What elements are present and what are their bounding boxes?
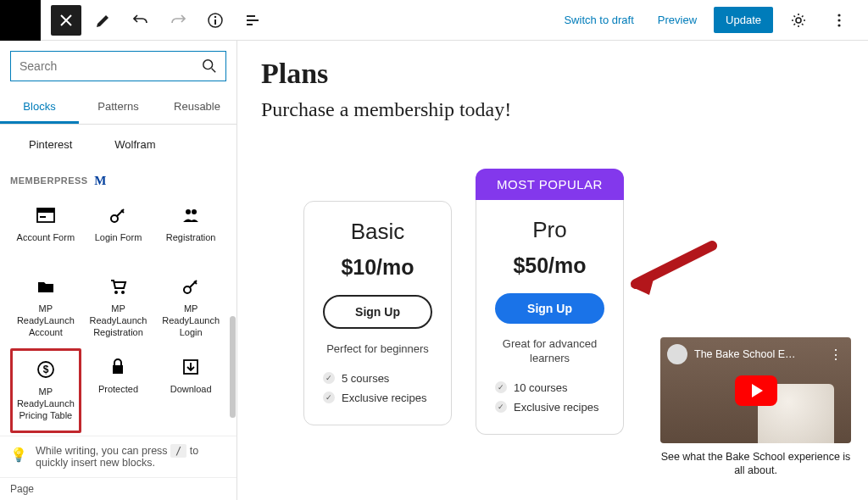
block-label: MP ReadyLaunch Account [12,303,80,338]
video-embed-block[interactable]: The Bake School E… ⋮ See what the Bake S… [660,337,851,478]
plan-desc: Perfect for beginners [323,342,432,357]
block-protected[interactable]: Protected [83,348,154,432]
feature-text: Exclusive recipes [342,392,426,404]
memberpress-logo-icon: m [93,175,108,186]
update-button[interactable]: Update [714,7,773,33]
block-label: Registration [166,232,216,244]
lightbulb-icon: 💡 [10,447,27,463]
block-login-form[interactable]: Login Form [83,197,154,266]
block-mp-rl-account[interactable]: MP ReadyLaunch Account [10,268,81,347]
download-icon [181,357,200,377]
more-options-button[interactable] [824,5,854,36]
block-download[interactable]: Download [155,348,226,432]
editor-topbar: Switch to draft Preview Update [0,0,868,41]
tab-patterns[interactable]: Patterns [79,92,158,124]
plan-name: Pro [495,217,604,243]
inserter-tabs: Blocks Patterns Reusable [0,92,236,125]
inserter-tip: 💡 While writing, you can press / to quic… [0,436,236,477]
page-title[interactable]: Plans [261,58,834,90]
check-icon: ✓ [495,381,507,393]
close-inserter-button[interactable] [51,5,81,36]
video-caption: See what the Bake School experience is a… [660,450,851,478]
editor-canvas[interactable]: Plans Purchase a membership today! Basic… [237,41,868,500]
pencil-icon [95,12,112,29]
plan-pro-column: MOST POPULAR Pro $50/mo Sign Up Great fo… [476,169,624,435]
check-icon: ✓ [323,372,335,384]
scrollbar[interactable] [230,316,236,418]
signup-button-pro[interactable]: Sign Up [495,293,604,324]
svg-point-4 [837,14,840,16]
plan-name: Basic [323,219,432,245]
block-label: MP ReadyLaunch Registration [85,303,153,338]
edit-button[interactable] [88,5,119,36]
block-label: Protected [98,384,138,396]
info-button[interactable] [200,5,231,36]
svg-rect-9 [37,208,54,213]
feature-item: ✓Exclusive recipes [323,388,432,408]
preview-button[interactable]: Preview [651,8,704,31]
search-input[interactable] [19,59,202,73]
signup-button-basic[interactable]: Sign Up [323,295,432,329]
undo-icon [132,12,149,29]
svg-point-7 [203,60,213,69]
section-label: MEMBERPRESS [10,175,88,186]
svg-point-14 [114,291,118,294]
most-popular-tag: MOST POPULAR [476,169,624,200]
plan-desc: Great for advanced learners [495,337,604,366]
page-subtitle[interactable]: Purchase a membership today! [261,98,834,121]
svg-point-6 [837,24,840,26]
redo-icon [170,12,186,29]
account-form-icon [36,205,55,225]
block-label: Account Form [17,232,75,244]
footer-breadcrumb[interactable]: Page [0,477,236,500]
block-label: MP ReadyLaunch Login [157,303,225,338]
plan-basic-column: Basic $10/mo Sign Up Perfect for beginne… [303,169,452,425]
video-title-bar: The Bake School E… ⋮ [667,344,844,364]
svg-rect-19 [113,365,123,374]
feature-text: 5 courses [342,372,389,385]
search-field-wrap[interactable] [10,51,226,81]
key-icon [181,276,200,297]
undo-button[interactable] [125,5,156,36]
feature-text: Exclusive recipes [514,401,598,414]
feature-item: ✓10 courses [495,378,604,397]
redo-button[interactable] [163,5,193,36]
editor-main: Blocks Patterns Reusable Pinterest Wolfr… [0,41,868,500]
block-label: MP ReadyLaunch Pricing Table [14,386,77,421]
feature-item: ✓5 courses [323,369,432,388]
wp-logo[interactable] [0,0,41,41]
block-account-form[interactable]: Account Form [10,197,81,266]
svg-point-5 [837,19,840,21]
list-view-button[interactable] [237,5,268,36]
dollar-icon: $ [36,359,55,380]
block-pinterest[interactable]: Pinterest [29,138,72,151]
plan-price: $10/mo [323,255,432,280]
topbar-right: Switch to draft Preview Update [557,5,861,36]
users-icon [181,205,200,225]
plan-card-basic: Basic $10/mo Sign Up Perfect for beginne… [303,201,452,425]
block-wolfram[interactable]: Wolfram [114,138,155,151]
tip-text: While writing, you can press / to quickl… [36,445,226,469]
block-mp-rl-registration[interactable]: MP ReadyLaunch Registration [83,268,154,347]
youtube-play-icon[interactable] [735,375,777,406]
switch-to-draft-button[interactable]: Switch to draft [557,8,640,31]
plan-card-pro: Pro $50/mo Sign Up Great for advanced le… [476,200,624,435]
block-mp-rl-login[interactable]: MP ReadyLaunch Login [155,268,226,347]
svg-point-11 [111,215,118,222]
svg-text:$: $ [42,364,48,375]
check-icon: ✓ [495,401,507,413]
svg-point-3 [796,18,801,23]
settings-button[interactable] [783,5,814,36]
block-label: Download [170,384,212,396]
tab-reusable[interactable]: Reusable [158,92,236,124]
video-thumbnail[interactable]: The Bake School E… ⋮ [660,337,851,443]
block-label: Login Form [95,232,142,244]
block-registration[interactable]: Registration [155,197,226,266]
video-menu-icon[interactable]: ⋮ [829,347,844,363]
svg-rect-10 [40,216,46,218]
plan-price: $50/mo [495,253,604,278]
block-mp-rl-pricing-table[interactable]: $ MP ReadyLaunch Pricing Table [10,348,81,432]
tab-blocks[interactable]: Blocks [0,92,79,124]
inserter-scroll[interactable]: Blocks Patterns Reusable Pinterest Wolfr… [0,41,236,436]
topbar-left [7,0,268,41]
